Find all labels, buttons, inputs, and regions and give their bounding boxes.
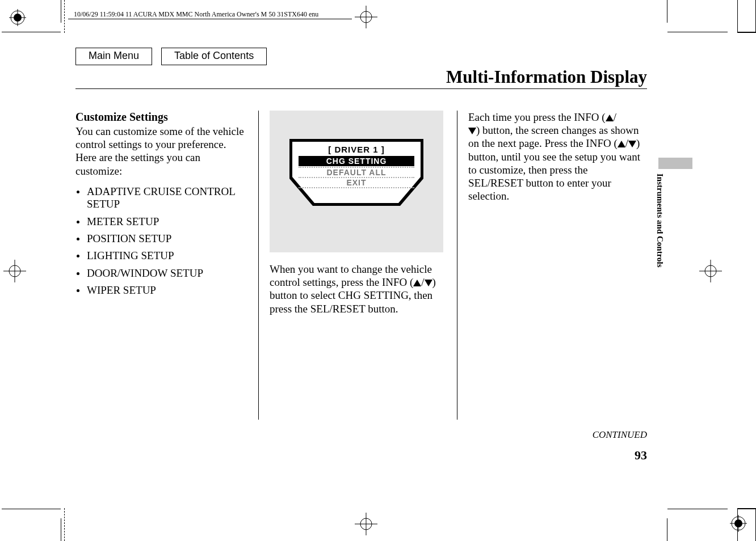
crop-mark-icon (64, 508, 65, 541)
crop-mark-icon (667, 518, 667, 541)
list-item-label: METER SETUP (87, 215, 159, 227)
table-of-contents-button[interactable]: Table of Contents (161, 48, 267, 65)
title-rule (75, 88, 647, 89)
section-tab: Instruments and Controls (658, 158, 670, 296)
list-item-label: ADAPTIVE CRUISE CONTROL SETUP (87, 185, 235, 210)
list-item: POSITION SETUP (75, 233, 246, 245)
intro-paragraph: You can customize some of the vehicle co… (75, 125, 246, 177)
continued-label: CONTINUED (593, 429, 647, 441)
tab-marker (658, 158, 692, 169)
triangle-down-icon (628, 141, 636, 147)
text-fragment: When you want to change the vehicle cont… (270, 263, 432, 288)
registration-mark-icon (730, 515, 747, 532)
list-item-label: POSITION SETUP (87, 233, 171, 244)
col3-paragraph: Each time you press the INFO (/) button,… (468, 111, 643, 202)
crop-mark-icon (667, 509, 728, 509)
list-item-label: LIGHTING SETUP (87, 250, 174, 261)
crop-mark-icon (61, 0, 61, 23)
page-number: 93 (635, 448, 647, 463)
crop-mark-icon (737, 508, 756, 509)
display-row-selected: CHG SETTING (299, 156, 414, 166)
list-item-label: DOOR/WINDOW SETUP (87, 267, 203, 279)
display-row: EXIT (299, 178, 414, 187)
crosshair-icon (355, 513, 377, 535)
list-item: ADAPTIVE CRUISE CONTROL SETUP (75, 185, 246, 211)
list-item: DOOR/WINDOW SETUP (75, 267, 246, 280)
triangle-up-icon (618, 141, 625, 147)
crosshair-icon (699, 260, 722, 282)
display-header: [ DRIVER 1 ] (295, 145, 418, 154)
crop-mark-icon (737, 0, 738, 32)
document-meta: 10/06/29 11:59:04 11 ACURA MDX MMC North… (74, 10, 363, 19)
triangle-up-icon (413, 280, 421, 286)
crop-mark-icon (737, 509, 738, 541)
crosshair-icon (3, 260, 26, 282)
crop-mark-icon (2, 509, 61, 509)
crop-mark-icon (2, 32, 61, 32)
document-meta-text: 10/06/29 11:59:04 11 ACURA MDX MMC North… (74, 10, 318, 18)
main-menu-label: Main Menu (89, 50, 139, 61)
page-title: Multi-Information Display (446, 67, 647, 87)
triangle-down-icon (468, 128, 476, 134)
text-fragment: ) button, the screen changes as shown on… (468, 124, 639, 149)
list-item: LIGHTING SETUP (75, 250, 246, 262)
crop-mark-icon (667, 32, 728, 32)
section-heading: Customize Settings (75, 111, 246, 124)
crop-mark-icon (64, 0, 65, 33)
settings-list: ADAPTIVE CRUISE CONTROL SETUP METER SETU… (75, 185, 246, 297)
crop-mark-icon (61, 518, 61, 541)
triangle-up-icon (606, 115, 614, 121)
crop-mark-icon (667, 0, 667, 23)
main-menu-button[interactable]: Main Menu (75, 48, 152, 65)
mid-display-illustration: [ DRIVER 1 ] CHG SETTING DEFAULT ALL EXI… (270, 111, 443, 252)
list-item: WIPER SETUP (75, 284, 246, 297)
display-row: DEFAULT ALL (299, 168, 414, 177)
list-item-label: WIPER SETUP (87, 284, 156, 296)
triangle-down-icon (425, 280, 432, 286)
registration-mark-icon (9, 9, 26, 26)
section-tab-label: Instruments and Controls (655, 174, 665, 268)
crop-mark-icon (737, 32, 756, 33)
text-fragment: Each time you press the INFO ( (468, 111, 606, 123)
toc-label: Table of Contents (174, 50, 254, 61)
list-item: METER SETUP (75, 215, 246, 228)
col2-paragraph: When you want to change the vehicle cont… (270, 263, 443, 315)
header-rule (68, 19, 352, 19)
